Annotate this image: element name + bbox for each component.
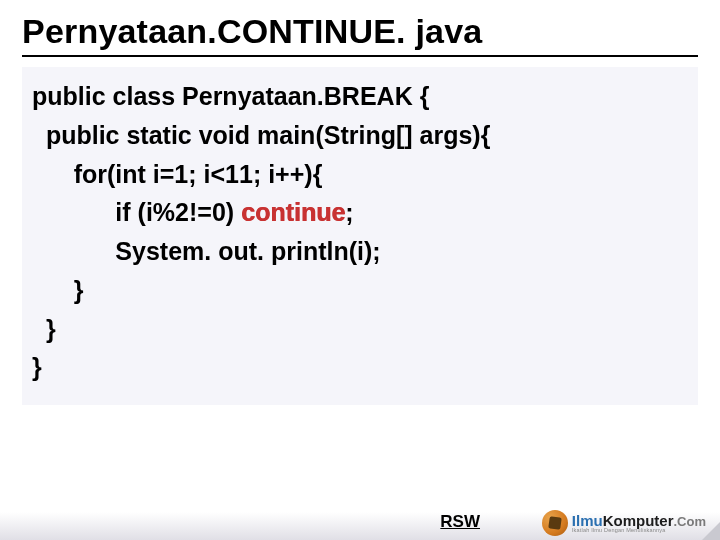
code-line: public class Pernyataan.BREAK {: [32, 77, 688, 116]
logo-text: IlmuKomputer.Com Ikatlah Ilmu Dengan Men…: [572, 513, 706, 534]
code-line: }: [32, 271, 688, 310]
logo: IlmuKomputer.Com Ikatlah Ilmu Dengan Men…: [542, 510, 706, 536]
code-text: if (i%2!=0): [32, 198, 241, 226]
code-block: public class Pernyataan.BREAK { public s…: [22, 67, 698, 405]
logo-main: IlmuKomputer.Com: [572, 513, 706, 528]
title-divider: [22, 55, 698, 57]
code-line: }: [32, 310, 688, 349]
keyword-continue: continue: [241, 198, 345, 226]
footer: RSW IlmuKomputer.Com Ikatlah Ilmu Dengan…: [0, 496, 720, 540]
code-text: ;: [345, 198, 353, 226]
code-line: if (i%2!=0) continue;: [32, 193, 688, 232]
slide-title: Pernyataan.CONTINUE. java: [22, 12, 698, 51]
code-line: public static void main(String[] args){: [32, 116, 688, 155]
code-line: for(int i=1; i<11; i++){: [32, 155, 688, 194]
logo-icon: [542, 510, 568, 536]
slide: Pernyataan.CONTINUE. java public class P…: [0, 0, 720, 405]
code-line: }: [32, 348, 688, 387]
code-line: System. out. println(i);: [32, 232, 688, 271]
page-corner-icon: [702, 522, 720, 540]
footer-author: RSW: [440, 512, 480, 532]
